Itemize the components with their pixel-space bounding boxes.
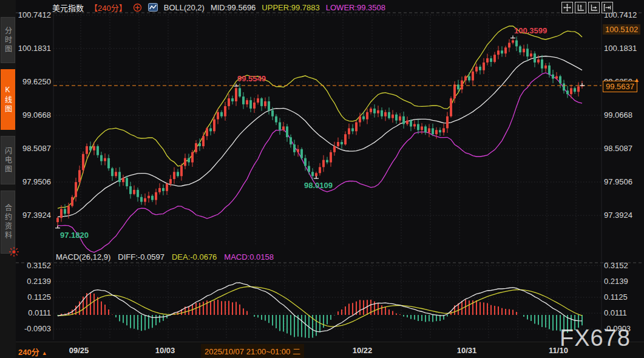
sidebar-tab-contract-info[interactable]: 合约资料 — [1, 191, 15, 254]
scale-vertical-icon — [577, 4, 585, 12]
macd-macd-value: MACD:0.0158 — [224, 252, 274, 262]
price-extreme-label: 98.0109 — [304, 181, 333, 190]
scale-vertical-button[interactable] — [575, 2, 586, 13]
move-crosshair-icon — [563, 4, 571, 12]
chevron-up-icon: ▲ — [42, 350, 47, 356]
y-axis-tick: 0.1125 — [11, 293, 51, 302]
period-selector-label: 240分 — [18, 348, 39, 357]
live-indicator-icon — [8, 246, 19, 257]
y-axis-tick: 0.3152 — [11, 262, 51, 270]
macd-diff-value: DIFF:-0.0597 — [118, 252, 164, 262]
x-axis-date: 09/25 — [69, 346, 89, 355]
y-axis-tick: 0.2139 — [11, 277, 51, 286]
scale-horizontal-button[interactable] — [588, 2, 600, 13]
sidebar-tab-lightning-chart[interactable]: 闪电图 — [1, 136, 15, 184]
y-axis-tick: 0.0111 — [11, 309, 51, 317]
y-axis-tick: 0.0111 — [604, 309, 627, 317]
y-axis-tick: 0.1125 — [604, 293, 628, 302]
macd-header: MACD(26,12,9) DIFF:-0.0597 DEA:-0.0676 M… — [56, 252, 274, 262]
period-tag[interactable]: 【240分】 — [90, 2, 127, 13]
boll-mid-value: MID:99.5696 — [211, 3, 256, 12]
macd-axis-right: 0.31520.21390.11250.0111-0.0903 — [604, 0, 643, 358]
candlestick-icon[interactable] — [148, 3, 158, 12]
time-axis-bar: 240分▲ 09/2510/0310/2210/3111/10 2025/10/… — [0, 342, 644, 358]
macd-dea-value: DEA:-0.0676 — [172, 252, 217, 262]
macd-axis-left: 0.31520.21390.11250.0111-0.0903 — [11, 0, 51, 358]
pan-right-icon — [603, 4, 611, 12]
symbol-title: 美元指数 — [52, 2, 84, 13]
selected-candle-time-badge: 2025/10/07 21:00~01:00 二 — [201, 344, 304, 358]
boll-indicator-label: BOLL(20,2) — [164, 3, 205, 12]
x-axis-date: 11/10 — [549, 346, 568, 355]
last-price-badge: 99.5637 — [603, 81, 637, 92]
price-extreme-label: 97.1820 — [60, 231, 89, 240]
y-axis-tick: 0.3152 — [604, 262, 628, 270]
chart-canvas[interactable] — [0, 0, 644, 358]
y-axis-tick: 0.2139 — [604, 277, 628, 286]
sidebar-tab-kline-chart[interactable]: K线图 — [1, 69, 15, 130]
boll-lower-value: LOWER:99.3508 — [326, 3, 385, 12]
move-crosshair-button[interactable] — [561, 2, 573, 13]
sidebar-tab-time-chart[interactable]: 分时图 — [1, 17, 15, 63]
period-selector[interactable]: 240分▲ — [18, 346, 47, 357]
price-direction-arrow-icon: ▲ — [634, 76, 640, 83]
target-plus-icon[interactable] — [133, 3, 142, 12]
x-axis-date: 10/31 — [457, 346, 477, 355]
macd-indicator-label: MACD(26,12,9) — [56, 252, 110, 262]
price-extreme-label: 99.5549 — [237, 74, 266, 83]
session-high-badge: 100.5102 — [603, 24, 640, 35]
x-axis-date: 10/03 — [155, 346, 175, 355]
scale-horizontal-icon — [590, 4, 598, 12]
sidebar: 分时图 K线图 闪电图 合约资料 — [0, 0, 16, 358]
x-axis-date: 10/22 — [353, 346, 373, 355]
price-extreme-label: 100.3599 — [514, 26, 547, 35]
y-axis-tick: -0.0903 — [604, 325, 631, 333]
chart-header: 美元指数 【240分】 BOLL(20,2) MID:99.5696 UPPER… — [52, 2, 385, 13]
app-root: 分时图 K线图 闪电图 合约资料 美元指数 【240分】 BOLL(20,2) … — [0, 0, 644, 358]
boll-upper-value: UPPER:99.7883 — [262, 3, 319, 12]
pan-right-button[interactable] — [602, 2, 613, 13]
chart-toolbar — [561, 2, 613, 13]
y-axis-tick: -0.0903 — [11, 325, 51, 333]
